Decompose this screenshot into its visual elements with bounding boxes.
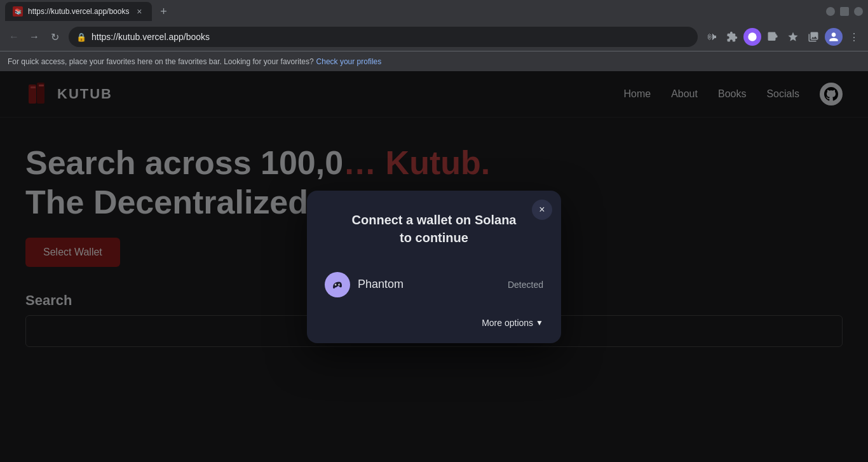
modal-title: Connect a wallet on Solanato continue (325, 211, 543, 247)
lock-icon: 🔒 (76, 32, 86, 42)
add-extension-icon[interactable] (764, 28, 782, 46)
svg-point-8 (336, 284, 336, 285)
modal-overlay: × Connect a wallet on Solanato continue (0, 71, 868, 462)
close-button[interactable] (854, 7, 863, 16)
page-content: KUTUB Home About Books Socials Search ac… (0, 71, 868, 462)
phantom-wallet-status: Detected (508, 280, 543, 290)
back-button[interactable]: ← (5, 28, 23, 46)
svg-point-9 (339, 284, 340, 285)
tab-close-button[interactable]: × (134, 6, 144, 17)
new-tab-button[interactable]: + (154, 3, 172, 20)
more-options-chevron-icon: ▼ (536, 318, 543, 327)
address-bar[interactable]: 🔒 https://kutub.vercel.app/books (69, 27, 698, 47)
url-text: https://kutub.vercel.app/books (92, 32, 690, 42)
check-profiles-link[interactable]: Check your profiles (316, 57, 382, 66)
toolbar-icons: 🕪 ⋮ (703, 28, 863, 46)
phantom-wallet-item[interactable]: Phantom Detected (325, 264, 543, 305)
active-tab[interactable]: 📚 https://kutub.vercel.app/books × (5, 2, 152, 21)
tab-favicon: 📚 (13, 6, 23, 17)
modal-close-button[interactable]: × (532, 200, 552, 220)
title-bar: 📚 https://kutub.vercel.app/books × + (0, 0, 868, 23)
favorites-text: For quick access, place your favorites h… (8, 57, 314, 66)
minimize-button[interactable] (826, 7, 835, 16)
forward-button[interactable]: → (25, 28, 43, 46)
phantom-wallet-name: Phantom (358, 278, 500, 291)
more-options-button[interactable]: More options ▼ (325, 313, 543, 328)
more-options-label: More options (482, 318, 533, 328)
reload-button[interactable]: ↻ (46, 28, 64, 46)
phantom-wallet-icon (325, 272, 350, 297)
connect-wallet-modal: × Connect a wallet on Solanato continue (307, 191, 561, 343)
profile-icon[interactable] (825, 28, 843, 46)
wallet-extension-icon[interactable] (743, 28, 761, 46)
tab-title: https://kutub.vercel.app/books (28, 7, 129, 16)
svg-point-0 (748, 32, 756, 41)
maximize-button[interactable] (840, 7, 849, 16)
read-aloud-icon[interactable]: 🕪 (703, 28, 721, 46)
favorites-bar: For quick access, place your favorites h… (0, 51, 868, 71)
browser-chrome: 📚 https://kutub.vercel.app/books × + ← →… (0, 0, 868, 462)
browser-extension-icon[interactable] (723, 28, 741, 46)
nav-bar: ← → ↻ 🔒 https://kutub.vercel.app/books 🕪 (0, 23, 868, 51)
collections-icon[interactable] (804, 28, 822, 46)
favorites-icon[interactable] (784, 28, 802, 46)
more-menu-icon[interactable]: ⋮ (845, 28, 863, 46)
